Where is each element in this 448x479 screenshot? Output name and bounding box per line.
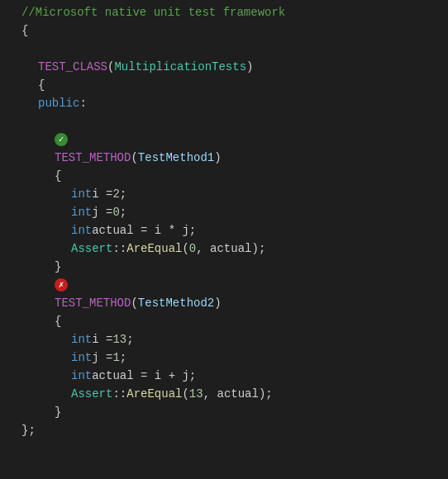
token: int [71, 367, 92, 385]
line-row: int i = 13; [21, 330, 448, 349]
token: 13 [189, 385, 203, 403]
token: int [71, 349, 92, 367]
line-row: { [21, 167, 448, 185]
token: TestMethod1 [138, 149, 214, 167]
line-row: int j = 1; [21, 349, 448, 367]
line-row: }; [21, 421, 448, 439]
token: ) [214, 149, 221, 167]
token: actual = i + j; [92, 367, 196, 385]
line-row: Assert::AreEqual(0, actual); [21, 240, 448, 258]
token: :: [112, 240, 126, 258]
token: TEST_CLASS [38, 58, 107, 76]
token: ) [246, 58, 253, 76]
token: ( [182, 385, 188, 403]
line-row: { [21, 21, 448, 40]
line-row: Assert::AreEqual(13, actual); [21, 385, 448, 403]
line-row [21, 40, 448, 58]
token: } [55, 258, 61, 276]
token: 0 [112, 203, 119, 221]
line-row: //Microsoft native unit test framework [21, 3, 448, 21]
fail-badge: ✗ [55, 278, 68, 292]
token: int [71, 221, 92, 240]
token: { [21, 21, 28, 40]
token: int [71, 203, 92, 221]
token: AreEqual [126, 385, 182, 403]
token: : [79, 94, 86, 112]
code-editor: //Microsoft native unit test framework{T… [0, 0, 448, 479]
token: ; [126, 330, 133, 349]
token: 13 [112, 330, 126, 349]
line-row: } [21, 403, 448, 421]
token: ( [131, 149, 137, 167]
token: ( [182, 240, 188, 258]
token: j = [92, 349, 112, 367]
line-row: int i = 2; [21, 185, 448, 203]
token: //Microsoft native unit test framework [21, 3, 285, 21]
line-row: { [21, 312, 448, 330]
token: int [71, 330, 92, 349]
token: TEST_METHOD [55, 149, 131, 167]
token: 0 [189, 240, 196, 258]
line-row: TEST_CLASS(MultiplicationTests) [21, 58, 448, 76]
token: i = [92, 185, 112, 203]
token: ; [120, 349, 126, 367]
token: j = [92, 203, 112, 221]
line-row: TEST_METHOD(TestMethod2) [21, 294, 448, 312]
pass-badge: ✓ [55, 133, 68, 146]
token: MultiplicationTests [114, 58, 246, 76]
token: , actual); [196, 240, 265, 258]
line-row [21, 112, 448, 130]
token: ; [120, 203, 126, 221]
token: TestMethod2 [138, 294, 214, 312]
token: 2 [112, 185, 119, 203]
token: }; [21, 421, 36, 439]
token: :: [112, 385, 126, 403]
line-row: } [21, 258, 448, 276]
token: ( [131, 294, 137, 312]
line-row: TEST_METHOD(TestMethod1) [21, 149, 448, 167]
token: Assert [71, 240, 112, 258]
token: } [55, 403, 61, 421]
code-area: //Microsoft native unit test framework{T… [8, 0, 448, 479]
token: { [55, 167, 61, 185]
token: i = [92, 330, 112, 349]
line-row: { [21, 76, 448, 94]
token: Assert [71, 385, 112, 403]
line-row: public: [21, 94, 448, 112]
line-row: int j = 0; [21, 203, 448, 221]
token: { [55, 312, 61, 330]
line-row: int actual = i + j; [21, 367, 448, 385]
token: actual = i * j; [92, 221, 196, 240]
line-row: ✓ [21, 130, 448, 149]
token: public [38, 94, 79, 112]
token: ( [107, 58, 114, 76]
line-row: ✗ [21, 276, 448, 294]
token: ) [214, 294, 221, 312]
token: int [71, 185, 92, 203]
token: 1 [112, 349, 119, 367]
token: TEST_METHOD [55, 294, 131, 312]
token: AreEqual [126, 240, 182, 258]
token: ; [120, 185, 126, 203]
token: { [38, 76, 45, 94]
token: , actual); [203, 385, 273, 403]
line-row: int actual = i * j; [21, 221, 448, 240]
